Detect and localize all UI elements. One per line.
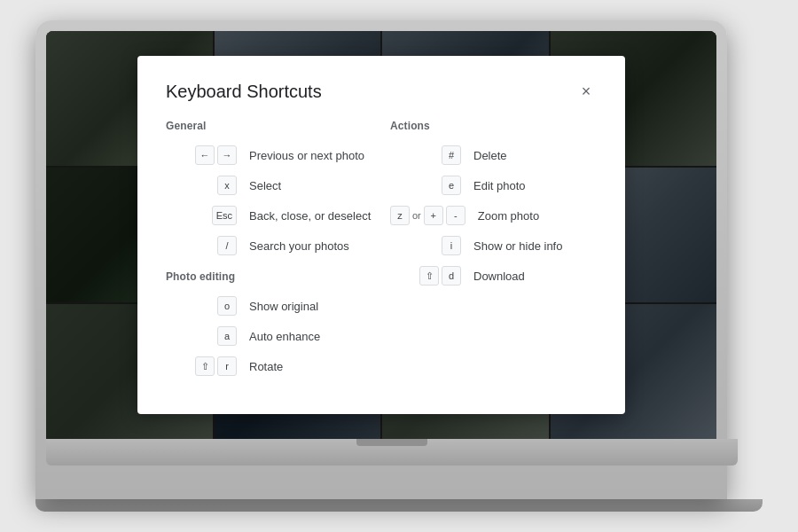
search-desc: Search your photos	[249, 239, 349, 253]
select-keys: x	[166, 176, 237, 195]
rotate-keys: ⇧ r	[166, 356, 237, 376]
shortcut-enhance: a Auto enhance	[166, 325, 372, 347]
shortcut-download: ⇧ d Download	[390, 265, 597, 286]
back-desc: Back, close, or deselect	[249, 209, 371, 223]
shortcut-original: o Show original	[166, 295, 372, 317]
slash-key: /	[217, 236, 237, 255]
download-desc: Download	[473, 270, 525, 283]
laptop-notch	[356, 439, 427, 446]
photo-editing-section-title: Photo editing	[166, 270, 372, 283]
i-key: i	[442, 236, 461, 255]
r-key: r	[217, 356, 237, 376]
left-arrow-key: ←	[195, 145, 215, 165]
rotate-desc: Rotate	[249, 360, 283, 373]
zoom-desc: Zoom photo	[478, 209, 539, 223]
shift-key-rotate: ⇧	[195, 356, 215, 376]
laptop-base-bottom	[35, 499, 763, 512]
shortcut-rotate: ⇧ r Rotate	[166, 356, 372, 377]
shortcut-prev-next: ← → Previous or next photo	[166, 145, 372, 166]
edit-keys: e	[390, 176, 461, 195]
shortcut-delete: # Delete	[390, 145, 597, 166]
d-key: d	[442, 266, 461, 286]
shortcut-info: i Show or hide info	[390, 235, 597, 256]
search-keys: /	[166, 236, 237, 255]
modal-title: Keyboard Shortcuts	[166, 82, 322, 102]
esc-key: Esc	[212, 206, 237, 225]
prev-next-keys: ← →	[166, 145, 237, 165]
shortcut-search: / Search your photos	[166, 235, 372, 256]
shortcut-back: Esc Back, close, or deselect	[166, 205, 372, 226]
screen-background: Keyboard Shortcuts × General ←	[46, 31, 716, 439]
hash-key: #	[442, 145, 461, 165]
laptop-outer: Keyboard Shortcuts × General ←	[35, 20, 727, 499]
modal-header: Keyboard Shortcuts ×	[166, 81, 597, 102]
delete-keys: #	[390, 145, 461, 165]
info-desc: Show or hide info	[473, 239, 562, 253]
delete-desc: Delete	[473, 149, 507, 162]
enhance-keys: a	[166, 326, 237, 346]
z-key: z	[390, 206, 410, 225]
original-desc: Show original	[249, 300, 318, 313]
prev-next-desc: Previous or next photo	[249, 149, 364, 162]
general-section-title: General	[166, 120, 372, 132]
keyboard-shortcuts-modal: Keyboard Shortcuts × General ←	[137, 56, 625, 414]
shortcut-edit: e Edit photo	[390, 175, 597, 196]
minus-key: -	[446, 206, 466, 225]
download-keys: ⇧ d	[390, 266, 461, 286]
o-key: o	[217, 296, 237, 316]
modal-body: General ← → Previous or next photo	[166, 120, 597, 386]
plus-key: +	[424, 206, 443, 225]
info-keys: i	[390, 236, 461, 255]
x-key: x	[217, 176, 237, 195]
e-key: e	[442, 176, 461, 195]
shortcut-zoom: z or + - Zoom photo	[390, 205, 597, 226]
shortcut-select: x Select	[166, 175, 372, 196]
laptop-container: Keyboard Shortcuts × General ←	[35, 20, 763, 512]
shift-key-download: ⇧	[419, 266, 439, 286]
select-desc: Select	[249, 179, 281, 192]
right-column: Actions # Delete	[390, 120, 597, 386]
modal-overlay: Keyboard Shortcuts × General ←	[46, 31, 716, 439]
back-keys: Esc	[166, 206, 237, 225]
left-column: General ← → Previous or next photo	[166, 120, 372, 386]
right-arrow-key: →	[217, 145, 237, 165]
a-key: a	[217, 326, 237, 346]
screen-bezel: Keyboard Shortcuts × General ←	[46, 31, 716, 439]
actions-section-title: Actions	[390, 120, 597, 132]
close-button[interactable]: ×	[575, 81, 597, 102]
laptop-base	[46, 439, 738, 466]
zoom-keys: z or + -	[390, 206, 466, 225]
original-keys: o	[166, 296, 237, 316]
zoom-or-sep: or	[412, 210, 421, 221]
enhance-desc: Auto enhance	[249, 330, 320, 343]
edit-desc: Edit photo	[473, 179, 526, 192]
